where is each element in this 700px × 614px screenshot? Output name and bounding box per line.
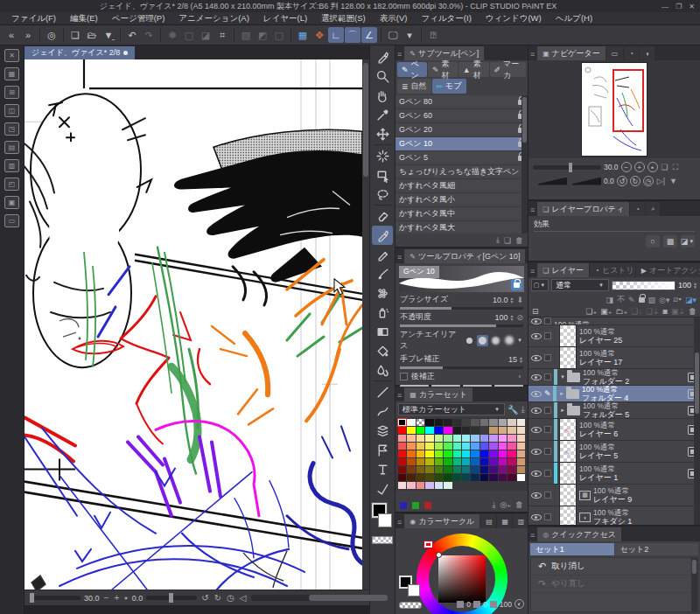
sv-marker[interactable] [436,552,442,558]
subtool-item[interactable]: Gペン 5 [396,151,528,165]
tool-auto-select[interactable] [372,146,393,165]
zoom-reset-icon[interactable]: ▪ [123,593,129,603]
import-color-icon[interactable]: ⤓ [492,500,495,510]
layer-row[interactable]: 100 %通常レイヤー 17 [528,347,700,369]
flip-horizontal-icon[interactable]: ▷| [656,177,666,185]
nav-rotate-reset-button[interactable]: ◷ [643,176,654,186]
subtool-item[interactable]: かすれベタ風大 [396,221,528,234]
palette-swatch[interactable] [407,466,415,473]
palette-swatch[interactable] [416,458,424,465]
palette-swatch[interactable] [517,427,525,434]
tool-pen[interactable] [372,47,393,66]
panel-menu-icon[interactable]: ≡ [530,267,535,276]
navigator-zoom-slider[interactable] [533,165,601,170]
palette-swatch[interactable] [407,482,415,489]
tab-オートアクション[interactable]: ▶オートアクション [636,263,700,277]
blend-mode-dropdown[interactable]: 通常▾ [551,279,609,291]
tool-gradient[interactable] [372,322,393,341]
palette-swatch[interactable] [489,458,497,465]
palette-swatch[interactable] [435,458,443,465]
tool-blend[interactable] [372,360,393,380]
layer-property-tab[interactable]: ❏レイヤープロパティ [537,202,629,216]
menu-表示(V)[interactable]: 表示(V) [374,13,414,24]
folder-chevron-icon[interactable]: ▸ [558,390,565,397]
grid-icon[interactable]: ▦ [295,27,311,43]
palette-swatch[interactable] [471,419,479,426]
visibility-eye-icon[interactable] [531,492,542,499]
palette-swatch[interactable] [508,458,515,465]
panel-menu-icon[interactable]: ≡ [530,206,535,214]
menu-ページ管理(P)[interactable]: ページ管理(P) [106,13,172,24]
subtool-group-3[interactable]: ✐マーカ [490,62,526,77]
palette-swatch[interactable] [471,435,479,442]
palette-swatch[interactable] [407,450,415,457]
reference-icon[interactable]: 不 [617,294,625,305]
palette-swatch[interactable] [462,458,470,465]
quick-access-tab[interactable]: ◎クイックアクセス [537,527,621,541]
zoom-out-icon[interactable]: − [103,593,110,603]
subtool-group2-1[interactable]: ✏モブ [432,79,466,94]
hsv-mode-icon[interactable]: ◐ [514,599,524,609]
tool-brush[interactable] [372,264,393,283]
transfer-icon[interactable]: ❏↓ [631,307,642,316]
menu-アニメーション(A)[interactable]: アニメーション(A) [172,13,256,24]
deselect-icon[interactable]: ▧ [238,27,254,43]
layer-checkbox[interactable] [544,513,551,520]
new-folder-icon[interactable]: 🗀₊ [616,307,628,316]
palette-swatch[interactable] [407,458,415,465]
palette-swatch[interactable] [435,466,443,473]
palette-swatch[interactable] [471,466,479,473]
palette-swatch[interactable] [489,435,497,442]
palette-swatch[interactable] [462,427,470,434]
clip-logo-icon[interactable]: ◎ [44,27,60,43]
tool-eraser[interactable] [372,206,393,226]
palette-swatch[interactable] [489,443,497,450]
palette-color-dropdown[interactable]: ▢▾ [531,279,549,291]
layer-opacity-slider[interactable] [612,281,676,290]
palette-swatch[interactable] [480,466,488,473]
palette-swatch[interactable] [499,450,507,457]
palette-swatch[interactable] [453,443,461,450]
palette-swatch[interactable] [425,482,433,489]
palette-swatch[interactable] [425,443,433,450]
rotate-left-icon[interactable]: ↺ [200,593,209,603]
palette-swatch[interactable] [407,435,415,442]
layer-checkbox[interactable] [544,426,551,433]
apply-mask-icon[interactable]: ▣⇣ [671,307,685,316]
palette-swatch[interactable] [398,419,406,426]
material-palette-close-icon[interactable]: ✕ [4,49,19,62]
brush-size-row[interactable]: ブラシサイズ 10.0▲▼⬇ [396,292,528,310]
help-icon[interactable]: ⍰ [425,27,441,43]
palette-swatch[interactable] [517,419,525,426]
sub-color-chip[interactable] [408,584,420,597]
new-layer2-icon[interactable]: ▣₊ [600,307,612,316]
tab-レイヤー[interactable]: ❏レイヤー [537,263,589,277]
panel-menu-icon[interactable]: ≡ [397,391,402,400]
brush-size-slider[interactable] [400,307,523,310]
invert-selection-icon[interactable]: ◩ [255,27,270,43]
layer-color-menu-icon[interactable]: ◪▾ [685,296,696,304]
palette-swatch[interactable] [407,419,415,426]
navigator-preview[interactable] [528,60,700,158]
palette-swatch[interactable] [508,435,515,442]
palette-swatch[interactable] [462,450,470,457]
subtool-group-1[interactable]: ✎素材 [428,62,458,77]
palette-swatch[interactable] [398,482,406,489]
aa-middle-option[interactable] [490,335,501,346]
layer-checkbox[interactable] [544,470,551,477]
opacity-slider[interactable] [400,324,523,327]
palette-swatch[interactable] [517,435,525,442]
workspace-icon[interactable]: 🖵 [385,27,401,43]
fit-screen-icon[interactable]: ❏ [661,163,669,171]
chevron-down-icon[interactable]: ▾ [516,337,523,344]
palette-swatch[interactable] [444,427,452,434]
rotate-right-icon[interactable]: ↻ [214,593,222,603]
palette-swatch[interactable] [398,427,406,434]
hue-marker[interactable] [424,541,432,548]
palette-swatch[interactable] [471,443,479,450]
palette-swatch[interactable] [444,482,452,489]
palette-swatch[interactable] [398,466,406,473]
intermediate-color-tab[interactable]: ▦ [497,514,512,528]
palette-swatch[interactable] [425,474,433,481]
nav-zoom-in-button[interactable]: + [634,162,645,172]
